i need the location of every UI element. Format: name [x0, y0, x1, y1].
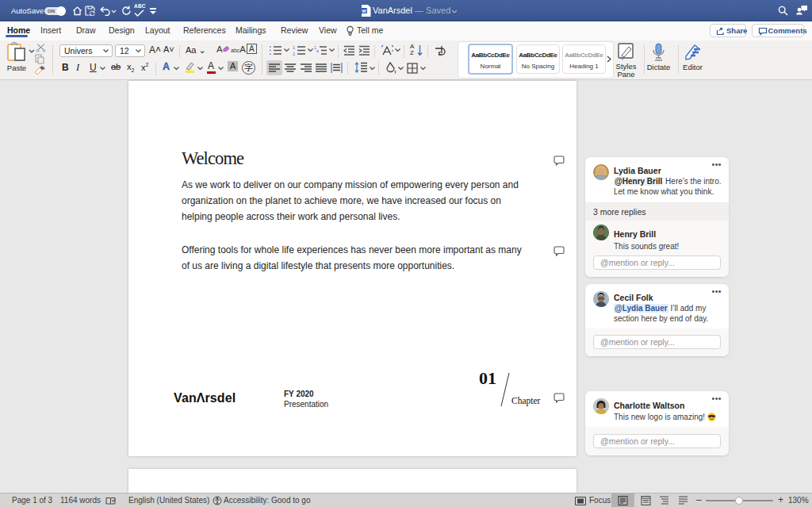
svg-text:a: a — [316, 48, 319, 53]
svg-text:2: 2 — [293, 52, 295, 56]
svg-text:1: 1 — [293, 45, 295, 50]
svg-text:W: W — [362, 9, 366, 13]
